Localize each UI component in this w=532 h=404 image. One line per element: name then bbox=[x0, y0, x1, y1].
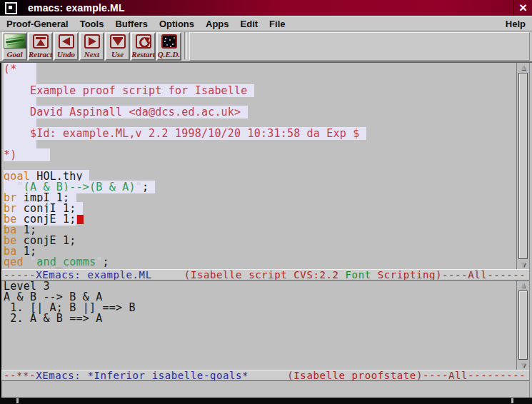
window-title: emacs: example.ML bbox=[28, 2, 125, 14]
script-line[interactable]: be conjE 1; bbox=[4, 214, 516, 225]
isabelle-logo-icon bbox=[4, 34, 26, 49]
toolbar-separator bbox=[184, 32, 187, 59]
toolbar-button-label: Goal bbox=[7, 50, 23, 59]
script-line[interactable]: ba 1; bbox=[4, 225, 516, 236]
qed-stars-icon bbox=[161, 34, 177, 49]
scroll-up-icon[interactable]: ▲ bbox=[518, 63, 528, 72]
script-mode-line: -----XEmacs: example.ML (Isabelle script… bbox=[1, 269, 530, 281]
toolbar-undo-button[interactable]: Undo bbox=[54, 32, 79, 61]
goals-scrollbar-thumb[interactable] bbox=[518, 291, 528, 360]
script-scrollbar[interactable]: ▲ ▼ bbox=[516, 63, 529, 269]
minibuffer[interactable] bbox=[1, 381, 531, 398]
use-to-bottom-icon bbox=[110, 34, 126, 49]
next-right-arrow-icon bbox=[84, 34, 100, 49]
goals-scrollbar[interactable]: ▲ ▼ bbox=[516, 281, 529, 370]
menu-item-buffers[interactable]: Buffers bbox=[115, 19, 148, 29]
close-icon: × bbox=[519, 0, 527, 16]
frame-resize-notch[interactable] bbox=[511, 398, 513, 403]
menu-item-edit[interactable]: Edit bbox=[241, 19, 259, 29]
toolbar-button-label: Q.E.D. bbox=[158, 50, 180, 59]
script-line[interactable] bbox=[4, 139, 516, 150]
title-bar: emacs: example.ML × bbox=[0, 0, 532, 16]
frame-bottom-edge bbox=[0, 398, 532, 404]
menu-item-apps[interactable]: Apps bbox=[206, 19, 229, 29]
toolbar-use-button[interactable]: Use bbox=[105, 32, 130, 61]
script-line[interactable]: qed "and_comms"; bbox=[4, 257, 516, 268]
text-cursor bbox=[77, 215, 84, 224]
script-line[interactable]: $Id: example.ML,v 2.2 1998/10/20 10:31:5… bbox=[4, 128, 516, 139]
scroll-down-icon[interactable]: ▼ bbox=[518, 260, 528, 269]
script-line[interactable]: David Aspinall <da@dcs.ed.ac.uk> bbox=[4, 107, 516, 118]
frame-resize-notch[interactable] bbox=[16, 398, 19, 403]
goals-buffer-window[interactable]: Level 3A & B --> B & A 1. [| A; B |] ==>… bbox=[1, 281, 516, 370]
toolbar-button-label: Restart bbox=[131, 50, 154, 59]
menu-item-tools[interactable]: Tools bbox=[80, 19, 104, 29]
frame-right-edge bbox=[529, 63, 532, 398]
toolbar-button-label: Use bbox=[111, 50, 124, 59]
undo-left-arrow-icon bbox=[59, 34, 74, 49]
menu-item-help[interactable]: Help bbox=[506, 19, 526, 29]
toolbar-retract-button[interactable]: Retract bbox=[28, 32, 53, 61]
toolbar-qed-button[interactable]: Q.E.D. bbox=[156, 32, 181, 61]
menu-item-file[interactable]: File bbox=[269, 19, 285, 29]
retract-to-top-icon bbox=[33, 34, 49, 49]
proof-general-toolbar: GoalRetractUndoNextUseRestartQ.E.D. bbox=[0, 31, 532, 63]
toolbar-button-label: Retract bbox=[29, 50, 52, 59]
goals-mode-line: --**-XEmacs: *Inferior isabelle-goals* (… bbox=[1, 370, 530, 381]
scroll-down-icon[interactable]: ▼ bbox=[518, 360, 528, 370]
goals-line[interactable]: 2. A & B ==> A bbox=[4, 313, 516, 324]
toolbar-goal-button[interactable]: Goal bbox=[2, 32, 27, 61]
script-line[interactable]: be conjE 1; bbox=[4, 236, 516, 246]
script-buffer-window[interactable]: (* Example proof script for Isabelle Dav… bbox=[1, 63, 516, 269]
script-line[interactable]: (* bbox=[4, 64, 516, 75]
toolbar-next-button[interactable]: Next bbox=[79, 32, 104, 61]
close-button[interactable]: × bbox=[513, 0, 532, 16]
menu-bar: Proof-GeneralToolsBuffersOptionsAppsEdit… bbox=[0, 16, 532, 31]
script-line[interactable]: Example proof script for Isabelle bbox=[4, 86, 516, 96]
script-line[interactable]: "(A & B)-->(B & A)"; bbox=[4, 182, 516, 193]
toolbar-empty-area bbox=[189, 32, 530, 61]
toolbar-restart-button[interactable]: Restart bbox=[131, 32, 156, 61]
titlebar-separator bbox=[21, 0, 22, 16]
restart-circular-arrow-icon bbox=[136, 34, 151, 49]
window-menu-icon[interactable] bbox=[5, 2, 17, 14]
toolbar-button-label: Undo bbox=[57, 50, 75, 59]
script-line[interactable]: *) bbox=[4, 150, 516, 161]
scroll-up-icon[interactable]: ▲ bbox=[518, 281, 528, 290]
script-line[interactable]: br conjI 1; bbox=[4, 203, 516, 214]
toolbar-button-label: Next bbox=[84, 50, 99, 59]
script-scrollbar-thumb[interactable] bbox=[518, 73, 528, 259]
menu-item-proof-general[interactable]: Proof-General bbox=[6, 19, 69, 29]
menu-item-options[interactable]: Options bbox=[159, 19, 194, 29]
